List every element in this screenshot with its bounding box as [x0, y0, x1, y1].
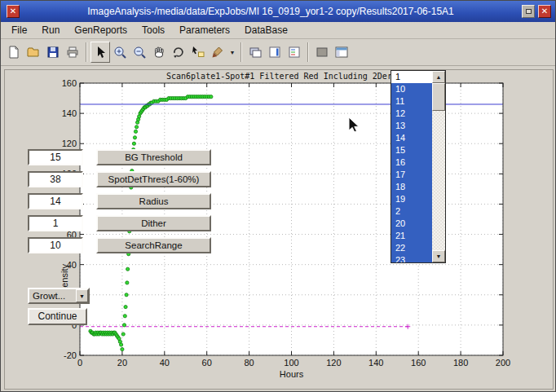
menu-file[interactable]: File [4, 22, 34, 38]
listbox-item[interactable]: 21 [391, 230, 432, 242]
insert-colorbar-icon[interactable] [265, 42, 285, 63]
print-icon[interactable] [63, 42, 82, 63]
brush-icon[interactable] [208, 42, 227, 63]
window-menu-icon[interactable]: ✕ [7, 5, 20, 18]
listbox-item[interactable]: 1 [391, 71, 432, 83]
listbox-item[interactable]: 22 [391, 242, 432, 254]
window-title: ImageAnalysis-/media/data/ExpJobs/MI 16_… [21, 6, 520, 17]
toolbar-separator [240, 42, 242, 62]
menu-parameters[interactable]: Parameters [172, 22, 237, 38]
app-window: ✕ ImageAnalysis-/media/data/ExpJobs/MI 1… [0, 0, 556, 392]
mouse-cursor [348, 117, 361, 134]
svg-text:200: 200 [496, 358, 510, 368]
copy-figure-icon[interactable] [245, 42, 265, 63]
searchrange-field[interactable] [28, 237, 83, 253]
scrollbar-thumb[interactable] [432, 83, 445, 111]
menu-genreports[interactable]: GenReports [67, 22, 135, 38]
listbox-item[interactable]: 10 [391, 83, 432, 95]
svg-text:160: 160 [411, 358, 426, 368]
spotdetthres-field[interactable] [28, 171, 83, 187]
growth-popup-menu[interactable]: Growt... ▼ [28, 288, 90, 304]
continue-button[interactable]: Continue [28, 308, 87, 325]
toolbar-separator [86, 42, 87, 62]
chevron-down-icon: ▼ [76, 289, 88, 302]
data-cursor-icon[interactable] [188, 42, 208, 63]
insert-legend-icon[interactable] [285, 42, 304, 63]
listbox-item[interactable]: 17 [391, 169, 432, 181]
listbox-item[interactable]: 14 [391, 132, 432, 144]
svg-text:140: 140 [62, 108, 77, 118]
scroll-up-icon[interactable]: ▲ [432, 71, 445, 83]
scrollbar-track[interactable] [432, 83, 445, 250]
listbox-item[interactable]: 23 [391, 254, 432, 262]
svg-text:140: 140 [368, 358, 383, 368]
svg-text:120: 120 [62, 139, 77, 148]
bg-threshold-button[interactable]: BG Threshold [96, 149, 211, 165]
spot-listbox-scrollbar[interactable]: ▲ ▼ [432, 71, 445, 262]
pan-hand-icon[interactable] [149, 42, 169, 63]
radius-button[interactable]: Radius [96, 193, 211, 209]
bg-threshold-field[interactable] [28, 149, 83, 165]
svg-text:-20: -20 [64, 350, 77, 360]
open-folder-icon[interactable] [24, 42, 43, 63]
spot-listbox-items: 110111213141516171819220212223 [391, 71, 432, 262]
brush-dropdown-icon[interactable]: ▼ [227, 42, 237, 63]
svg-text:160: 160 [62, 78, 77, 88]
select-arrow-icon[interactable] [90, 42, 110, 63]
menu-run[interactable]: Run [34, 22, 67, 38]
hide-plot-tools-icon[interactable] [312, 42, 332, 63]
save-icon[interactable] [43, 42, 63, 63]
dither-button[interactable]: Dither [96, 215, 211, 231]
menu-bar: File Run GenReports Tools Parameters Dat… [1, 22, 556, 39]
maximize-glyph [526, 9, 532, 14]
scroll-down-icon[interactable]: ▼ [432, 250, 445, 262]
listbox-item[interactable]: 18 [391, 181, 432, 193]
svg-text:0: 0 [77, 358, 82, 368]
radius-field[interactable] [28, 193, 83, 209]
growth-popup-label: Growt... [29, 291, 76, 301]
svg-text:80: 80 [244, 358, 254, 368]
toolbar-separator [307, 42, 309, 62]
maximize-icon[interactable] [522, 5, 535, 18]
spotdetthres-button[interactable]: SpotDetThres(1-60%) [96, 171, 211, 187]
listbox-item[interactable]: 13 [391, 120, 432, 132]
menu-database[interactable]: DataBase [237, 22, 295, 38]
svg-text:40: 40 [160, 358, 170, 368]
dither-field[interactable] [28, 215, 83, 231]
close-icon[interactable]: ✕ [538, 5, 551, 18]
svg-text:100: 100 [284, 358, 298, 368]
toolbar: ▼ [1, 39, 556, 66]
new-document-icon[interactable] [4, 42, 24, 63]
listbox-item[interactable]: 15 [391, 144, 432, 156]
svg-text:Hours: Hours [280, 369, 304, 379]
svg-text:20: 20 [117, 358, 127, 368]
spot-listbox[interactable]: 110111213141516171819220212223 ▲ ▼ [391, 70, 446, 263]
show-plot-tools-icon[interactable] [332, 42, 351, 63]
searchrange-button[interactable]: SearchRange [96, 237, 211, 253]
listbox-item[interactable]: 20 [391, 218, 432, 230]
listbox-item[interactable]: 11 [391, 95, 432, 108]
menu-tools[interactable]: Tools [135, 22, 172, 38]
title-bar[interactable]: ✕ ImageAnalysis-/media/data/ExpJobs/MI 1… [1, 1, 556, 22]
listbox-item[interactable]: 16 [391, 156, 432, 169]
svg-text:180: 180 [453, 358, 468, 368]
svg-text:120: 120 [326, 358, 341, 368]
zoom-in-icon[interactable] [110, 42, 130, 63]
listbox-item[interactable]: 12 [391, 108, 432, 120]
listbox-item[interactable]: 2 [391, 205, 432, 218]
zoom-out-icon[interactable] [130, 42, 149, 63]
listbox-item[interactable]: 19 [391, 193, 432, 205]
svg-text:60: 60 [202, 358, 212, 368]
rotate-3d-icon[interactable] [169, 42, 188, 63]
